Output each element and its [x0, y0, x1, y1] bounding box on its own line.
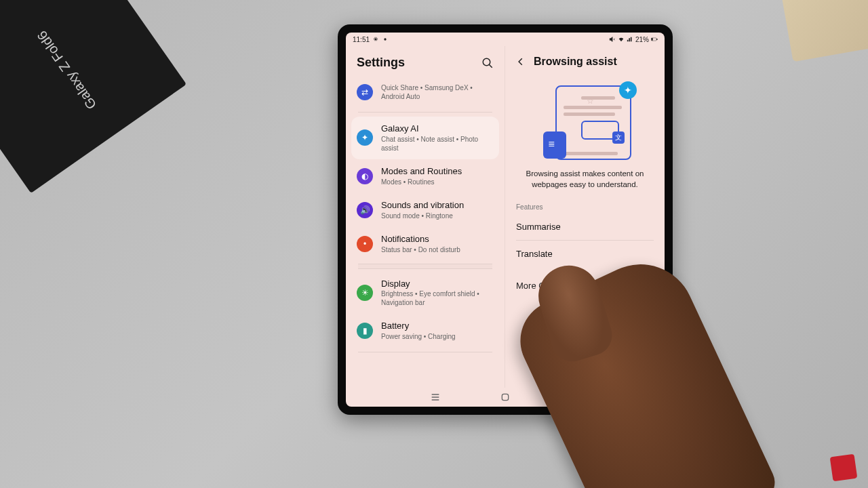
signal-icon: [627, 36, 633, 43]
scene-background: Galaxy Z Fold6 11:51 21%: [0, 0, 868, 488]
settings-item-subtitle: Sound mode • Ringtone: [381, 211, 494, 220]
settings-item-galaxy-ai[interactable]: ✦Galaxy AIChat assist • Note assist • Ph…: [351, 117, 499, 159]
recents-button[interactable]: [430, 392, 441, 403]
settings-item-notifications[interactable]: •NotificationsStatus bar • Do not distur…: [351, 227, 499, 261]
settings-item-icon: ▮: [357, 323, 373, 339]
corner-logo: [830, 454, 858, 482]
settings-item-title: Display: [381, 279, 494, 290]
svg-point-4: [483, 58, 490, 66]
mute-icon: [609, 36, 616, 43]
settings-title: Settings: [357, 56, 405, 70]
settings-item-battery[interactable]: ▮BatteryPower saving • Charging: [351, 314, 499, 348]
section-divider: [358, 112, 492, 113]
svg-rect-9: [502, 394, 508, 400]
section-divider: [358, 352, 492, 352]
settings-item-icon: ✦: [357, 129, 373, 146]
sparkle-icon: ✦: [619, 81, 637, 99]
box-label: Galaxy Z Fold6: [34, 28, 100, 112]
search-icon[interactable]: [481, 57, 494, 69]
document-icon: [543, 131, 566, 159]
settings-item-subtitle: Status bar • Do not disturb: [381, 245, 494, 254]
finger-prop: [507, 247, 782, 488]
settings-item-sounds-and-vibration[interactable]: 🔊Sounds and vibrationSound mode • Ringto…: [351, 193, 499, 227]
settings-item-subtitle: Brightness • Eye comfort shield • Naviga…: [381, 289, 494, 307]
product-box-prop: Galaxy Z Fold6: [0, 0, 186, 193]
settings-item-icon: ⇄: [357, 84, 373, 100]
settings-item-icon: ☀: [357, 285, 373, 301]
settings-item-icon: •: [357, 236, 373, 252]
settings-item-title: Galaxy AI: [381, 123, 494, 135]
settings-item-title: Modes and Routines: [381, 166, 494, 178]
settings-item-title: Sounds and vibration: [381, 200, 494, 211]
wood-prop: [781, 0, 868, 62]
settings-item-title: Battery: [381, 321, 494, 332]
hero-illustration: ☆ ✦ 文: [531, 80, 639, 161]
translate-icon: 文: [612, 131, 625, 144]
gear-icon: [382, 36, 389, 43]
settings-item-icon: ◐: [357, 168, 373, 184]
section-gap: [358, 264, 492, 269]
svg-line-5: [489, 64, 492, 68]
svg-rect-2: [652, 38, 653, 40]
feature-summarise[interactable]: Summarise: [505, 214, 665, 240]
settings-item-subtitle: Quick Share • Samsung DeX • Android Auto: [381, 83, 494, 101]
battery-icon: [651, 36, 658, 43]
detail-title: Browsing assist: [534, 56, 617, 68]
settings-item-subtitle: Chat assist • Note assist • Photo assist: [381, 135, 494, 152]
back-icon[interactable]: [516, 57, 526, 66]
settings-item-modes-and-routines[interactable]: ◐Modes and RoutinesModes • Routines: [351, 159, 499, 193]
settings-item-display[interactable]: ☀DisplayBrightness • Eye comfort shield …: [351, 272, 499, 314]
settings-item-title: Notifications: [381, 234, 494, 245]
settings-status-icon: [372, 36, 379, 43]
settings-item-icon: 🔊: [357, 202, 373, 218]
features-header: Features: [505, 201, 665, 214]
feature-translate[interactable]: Translate: [505, 241, 665, 267]
settings-pane: Settings ⇄Quick Share • Samsung DeX • An…: [346, 46, 505, 388]
battery-percent: 21%: [635, 36, 649, 43]
status-bar: 11:51 21%: [346, 33, 665, 46]
status-time: 11:51: [353, 36, 370, 43]
home-button[interactable]: [500, 392, 511, 403]
hero-description: Browsing assist makes content on webpage…: [505, 168, 665, 201]
settings-item-subtitle: Power saving • Charging: [381, 332, 494, 341]
wifi-icon: [618, 36, 625, 43]
settings-item-subtitle: Modes • Routines: [381, 178, 494, 186]
svg-rect-3: [656, 39, 657, 40]
settings-item-connected-devices[interactable]: ⇄Quick Share • Samsung DeX • Android Aut…: [351, 77, 499, 108]
